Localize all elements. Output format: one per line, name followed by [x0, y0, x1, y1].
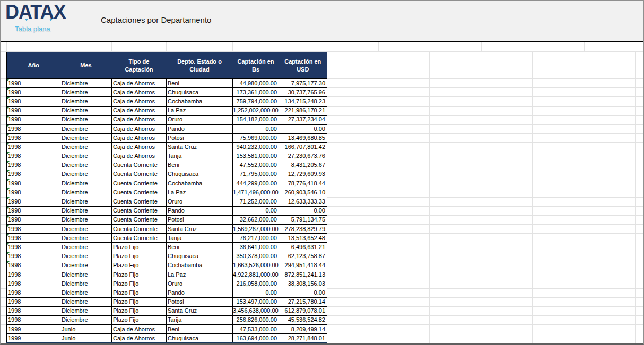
- cell[interactable]: 350,378,000.00: [233, 252, 279, 261]
- cell[interactable]: 612,879,078.01: [279, 306, 327, 315]
- cell[interactable]: Oruro: [167, 115, 233, 124]
- cell[interactable]: 71,252,000.00: [233, 197, 279, 206]
- cell[interactable]: Caja de Ahorros: [112, 106, 167, 115]
- cell[interactable]: Chuquisaca: [167, 334, 233, 343]
- cell[interactable]: 1998: [7, 88, 60, 97]
- cell[interactable]: 71,795,000.00: [233, 170, 279, 179]
- cell[interactable]: Cuenta Corriente: [112, 179, 167, 188]
- cell[interactable]: 0.00: [279, 288, 327, 297]
- cell[interactable]: Plazo Fijo: [112, 315, 167, 324]
- cell[interactable]: 8,431,205.67: [279, 161, 327, 170]
- cell[interactable]: Diciembre: [60, 134, 112, 143]
- cell[interactable]: 0.00: [233, 124, 279, 133]
- cell[interactable]: 32,662,000.00: [233, 215, 279, 224]
- cell[interactable]: Diciembre: [60, 79, 112, 88]
- cell[interactable]: 1998: [7, 97, 60, 106]
- cell[interactable]: 256,826,000.00: [233, 315, 279, 324]
- cell[interactable]: Beni: [167, 243, 233, 252]
- cell[interactable]: 1998: [7, 270, 60, 279]
- cell[interactable]: 12,633,333.33: [279, 197, 327, 206]
- cell[interactable]: Oruro: [167, 197, 233, 206]
- cell[interactable]: Diciembre: [60, 225, 112, 234]
- cell[interactable]: Plazo Fijo: [112, 243, 167, 252]
- cell[interactable]: Caja de Ahorros: [112, 79, 167, 88]
- cell[interactable]: 1998: [7, 297, 60, 306]
- cell[interactable]: 8,209,499.14: [279, 325, 327, 334]
- cell[interactable]: Diciembre: [60, 152, 112, 161]
- cell[interactable]: 28,271,848.01: [279, 334, 327, 343]
- cell[interactable]: Diciembre: [60, 179, 112, 188]
- cell[interactable]: Diciembre: [60, 279, 112, 288]
- cell[interactable]: Plazo Fijo: [112, 270, 167, 279]
- cell[interactable]: Santa Cruz: [167, 225, 233, 234]
- cell[interactable]: 1999: [7, 325, 60, 334]
- cell[interactable]: Tarija: [167, 152, 233, 161]
- cell[interactable]: 78,776,418.44: [279, 179, 327, 188]
- cell[interactable]: 1998: [7, 134, 60, 143]
- cell[interactable]: Santa Cruz: [167, 143, 233, 152]
- cell[interactable]: 6,496,631.21: [279, 243, 327, 252]
- cell[interactable]: Beni: [167, 79, 233, 88]
- cell[interactable]: 1999: [7, 334, 60, 343]
- cell[interactable]: 260,903,546.10: [279, 188, 327, 197]
- cell[interactable]: 1998: [7, 315, 60, 324]
- cell[interactable]: 13,513,652.48: [279, 234, 327, 243]
- cell[interactable]: Chuquisaca: [167, 170, 233, 179]
- cell[interactable]: 47,552,000.00: [233, 161, 279, 170]
- cell[interactable]: Potosi: [167, 215, 233, 224]
- cell[interactable]: Plazo Fijo: [112, 261, 167, 270]
- cell[interactable]: 1998: [7, 288, 60, 297]
- cell[interactable]: 1998: [7, 206, 60, 215]
- cell[interactable]: Pando: [167, 206, 233, 215]
- cell[interactable]: 62,123,758.87: [279, 252, 327, 261]
- cell[interactable]: Plazo Fijo: [112, 252, 167, 261]
- cell[interactable]: 45,536,524.82: [279, 315, 327, 324]
- cell[interactable]: Cuenta Corriente: [112, 225, 167, 234]
- column-header-depto[interactable]: Depto. Estado o Ciudad: [167, 52, 233, 79]
- cell[interactable]: Diciembre: [60, 306, 112, 315]
- cell[interactable]: 278,238,829.79: [279, 225, 327, 234]
- cell[interactable]: Cuenta Corriente: [112, 206, 167, 215]
- cell[interactable]: Cuenta Corriente: [112, 197, 167, 206]
- cell[interactable]: 1998: [7, 106, 60, 115]
- cell[interactable]: Tarija: [167, 234, 233, 243]
- cell[interactable]: 1998: [7, 115, 60, 124]
- cell[interactable]: Diciembre: [60, 288, 112, 297]
- cell[interactable]: Potosi: [167, 134, 233, 143]
- cell[interactable]: Cuenta Corriente: [112, 215, 167, 224]
- cell[interactable]: 759,794,000.00: [233, 97, 279, 106]
- cell[interactable]: 221,986,170.21: [279, 106, 327, 115]
- cell[interactable]: 153,497,000.00: [233, 297, 279, 306]
- cell[interactable]: 294,951,418.44: [279, 261, 327, 270]
- cell[interactable]: Cuenta Corriente: [112, 188, 167, 197]
- cell[interactable]: Diciembre: [60, 315, 112, 324]
- cell[interactable]: La Paz: [167, 188, 233, 197]
- cell[interactable]: Cuenta Corriente: [112, 170, 167, 179]
- cell[interactable]: Caja de Ahorros: [112, 88, 167, 97]
- cell[interactable]: 173,361,000.00: [233, 88, 279, 97]
- cell[interactable]: 153,581,000.00: [233, 152, 279, 161]
- cell[interactable]: 36,641,000.00: [233, 243, 279, 252]
- cell[interactable]: 163,694,000.00: [233, 334, 279, 343]
- cell[interactable]: 1998: [7, 215, 60, 224]
- cell[interactable]: 1998: [7, 306, 60, 315]
- cell[interactable]: 3,456,638,000.00: [233, 306, 279, 315]
- cell[interactable]: 134,715,248.23: [279, 97, 327, 106]
- cell[interactable]: 1998: [7, 143, 60, 152]
- column-header-tipo[interactable]: Tipo de Captación: [112, 52, 167, 79]
- cell[interactable]: 166,707,801.42: [279, 143, 327, 152]
- cell[interactable]: 27,337,234.04: [279, 115, 327, 124]
- cell[interactable]: 7,975,177.30: [279, 79, 327, 88]
- cell[interactable]: Diciembre: [60, 197, 112, 206]
- cell[interactable]: Diciembre: [60, 206, 112, 215]
- cell[interactable]: 75,969,000.00: [233, 134, 279, 143]
- cell[interactable]: Oruro: [167, 279, 233, 288]
- cell[interactable]: 1,252,002,000.00: [233, 106, 279, 115]
- column-header-ano[interactable]: Año: [7, 52, 60, 79]
- cell[interactable]: 12,729,609.93: [279, 170, 327, 179]
- cell[interactable]: Chuquisaca: [167, 88, 233, 97]
- cell[interactable]: Beni: [167, 161, 233, 170]
- cell[interactable]: Plazo Fijo: [112, 306, 167, 315]
- cell[interactable]: 0.00: [279, 124, 327, 133]
- cell[interactable]: Diciembre: [60, 297, 112, 306]
